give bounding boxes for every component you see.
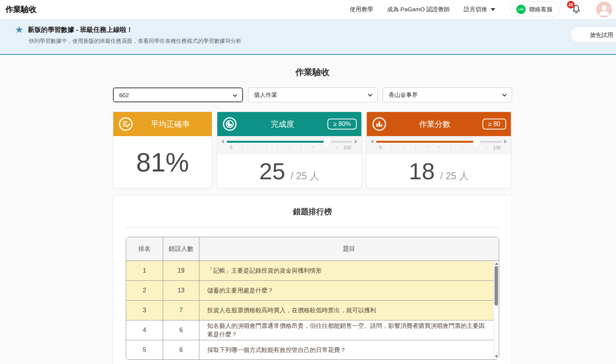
question-cell: 儲蓄的主要用處是什麼？ bbox=[199, 281, 499, 300]
banner-title: 新版的學習數據 - 班級任務上線啦！ bbox=[28, 25, 133, 34]
banner-head: ★ 新版的學習數據 - 班級任務上線啦！ bbox=[15, 25, 616, 34]
bar-chart-icon bbox=[371, 116, 387, 132]
slider-tick bbox=[336, 146, 337, 148]
accuracy-value-row: 81% bbox=[113, 136, 212, 188]
nav-link-certified-teacher[interactable]: 成為 PaGamO 認證教師 bbox=[387, 6, 450, 13]
slider-tick bbox=[415, 146, 416, 148]
slider-tick bbox=[392, 146, 392, 148]
count-cell: 7 bbox=[163, 301, 199, 320]
completion-suffix: / 25 人 bbox=[291, 170, 320, 182]
count-cell: 13 bbox=[163, 281, 199, 300]
col-count-header: 錯誤人數 bbox=[163, 237, 199, 261]
count-cell: 6 bbox=[163, 340, 199, 359]
slider-max-label: 100 bbox=[343, 145, 351, 150]
card-title: 完成度 bbox=[238, 119, 327, 130]
line-contact-label: 聯絡客服 bbox=[529, 6, 553, 13]
slider-track[interactable] bbox=[376, 141, 502, 143]
slider-right-arrow-icon[interactable] bbox=[504, 140, 507, 144]
list-check-icon bbox=[118, 116, 134, 132]
slider-tick bbox=[289, 146, 290, 148]
wrong-questions-table: 排名 錯誤人數 題目 1 19 「記帳」主要是記錄投資的資金與獲利情形 2 13… bbox=[126, 237, 499, 360]
table-body: 1 19 「記帳」主要是記錄投資的資金與獲利情形 2 13 儲蓄的主要用處是什麼… bbox=[126, 261, 499, 359]
slider-min-label: 0 bbox=[230, 145, 232, 150]
score-suffix: / 25 人 bbox=[440, 170, 469, 182]
question-cell: 「記帳」主要是記錄投資的資金與獲利情形 bbox=[199, 261, 499, 280]
count-cell: 19 bbox=[163, 261, 199, 280]
slider-tick bbox=[266, 146, 266, 148]
language-switcher[interactable]: 語言切換 bbox=[464, 6, 495, 13]
caret-down-icon bbox=[491, 8, 495, 11]
score-value: 18 bbox=[409, 154, 435, 188]
task-select[interactable]: 香山金事界 bbox=[383, 88, 512, 102]
notification-badge: 20 bbox=[567, 1, 575, 9]
pie-progress-icon bbox=[222, 116, 238, 132]
table-scrollbar[interactable] bbox=[493, 261, 499, 359]
slider-left-arrow-icon[interactable] bbox=[221, 140, 224, 144]
slider-max-label: 100 bbox=[493, 145, 501, 150]
assignment-type-value: 個人作業 bbox=[254, 91, 277, 99]
card-header: 平均正確率 bbox=[113, 112, 212, 136]
table-row: 1 19 「記帳」主要是記錄投資的資金與獲利情形 bbox=[126, 261, 499, 281]
slider-tick bbox=[242, 146, 243, 148]
app-title: 作業驗收 bbox=[5, 4, 37, 15]
card-header: 完成度 ≥ 80% bbox=[217, 112, 361, 136]
chevron-down-icon bbox=[367, 92, 373, 98]
rank-cell: 5 bbox=[126, 340, 163, 359]
col-rank-header: 排名 bbox=[126, 237, 163, 261]
nav-link-tutorial[interactable]: 使用教學 bbox=[350, 6, 373, 13]
table-row: 2 13 儲蓄的主要用處是什麼？ bbox=[126, 281, 499, 301]
assignment-type-select[interactable]: 個人作業 bbox=[248, 88, 377, 102]
question-cell: 採取下列哪一個方式較能有效控管自己的日常花費？ bbox=[199, 340, 499, 359]
line-icon: LINE bbox=[516, 5, 526, 14]
language-switcher-label: 語言切換 bbox=[464, 6, 487, 13]
threshold-badge: ≥ 80% bbox=[327, 119, 357, 130]
ranking-title: 錯題排行榜 bbox=[113, 196, 512, 217]
rank-cell: 2 bbox=[126, 281, 163, 300]
scrollbar-thumb[interactable] bbox=[495, 266, 498, 306]
completion-value-row: 25 / 25 人 bbox=[217, 154, 361, 188]
table-row: 3 7 投資人在股票價格較高時買入，在價格較低時賣出，就可以獲利 bbox=[126, 301, 499, 320]
topbar-nav: 使用教學 成為 PaGamO 認證教師 語言切換 LINE 聯絡客服 20 bbox=[350, 2, 612, 18]
slider-ticks: 0 100 bbox=[380, 145, 498, 151]
score-value-row: 18 / 25 人 bbox=[367, 154, 511, 188]
main-area: 作業驗收 602 個人作業 香山金事界 bbox=[0, 55, 616, 363]
slider-track[interactable] bbox=[227, 141, 352, 143]
person-icon bbox=[596, 2, 612, 18]
slider-ticks: 0 100 bbox=[231, 145, 348, 151]
stat-card-completion: 完成度 ≥ 80% 0 bbox=[217, 112, 362, 188]
rank-cell: 1 bbox=[126, 261, 163, 280]
notification-bell[interactable]: 20 bbox=[570, 4, 582, 15]
slider-fill bbox=[227, 141, 327, 143]
card-title: 平均正確率 bbox=[134, 119, 207, 130]
divider bbox=[126, 227, 499, 228]
stat-card-accuracy: 平均正確率 81% bbox=[113, 112, 212, 188]
card-header: 作業分數 ≥ 80 bbox=[367, 112, 511, 136]
star-icon: ★ bbox=[15, 25, 23, 34]
top-bar: 作業驗收 使用教學 成為 PaGamO 認證教師 語言切換 LINE 聯絡客服 … bbox=[0, 0, 616, 19]
completion-value: 25 bbox=[259, 154, 285, 188]
slider-tick bbox=[254, 146, 254, 148]
slider-left-arrow-icon[interactable] bbox=[371, 140, 373, 144]
chevron-down-icon bbox=[232, 93, 238, 98]
card-title: 作業分數 bbox=[387, 119, 482, 130]
class-select[interactable]: 602 bbox=[113, 88, 243, 102]
count-cell: 6 bbox=[163, 320, 199, 340]
scroll-down-arrow-icon[interactable] bbox=[495, 355, 498, 358]
announcement-banner: ★ 新版的學習數據 - 班級任務上線啦！ 快到學習數據中，使用新版的班級任務頁面… bbox=[0, 19, 616, 55]
completion-slider: 0 100 bbox=[217, 136, 361, 154]
scroll-up-arrow-icon[interactable] bbox=[495, 262, 498, 265]
line-contact-button[interactable]: LINE 聯絡客服 bbox=[509, 2, 560, 17]
user-avatar[interactable] bbox=[596, 2, 612, 18]
question-cell: 投資人在股票價格較高時買入，在價格較低時賣出，就可以獲利 bbox=[199, 301, 499, 320]
rank-cell: 3 bbox=[126, 301, 163, 320]
early-access-button[interactable]: 搶先試用 bbox=[570, 27, 616, 42]
slider-right-arrow-icon[interactable] bbox=[355, 140, 357, 144]
task-select-value: 香山金事界 bbox=[389, 91, 418, 99]
slider-tick bbox=[313, 146, 313, 148]
rank-cell: 4 bbox=[126, 320, 163, 340]
stat-card-score: 作業分數 ≥ 80 0 bbox=[366, 112, 511, 188]
slider-tick bbox=[486, 146, 486, 148]
stat-cards-row: 平均正確率 81% 完成度 ≥ 80% bbox=[113, 112, 512, 188]
table-row: 4 6 知名藝人的演唱會門票通常價格昂貴，但往往都能銷售一空。請問，影響消費者購… bbox=[126, 320, 499, 340]
score-slider: 0 100 bbox=[367, 136, 511, 154]
